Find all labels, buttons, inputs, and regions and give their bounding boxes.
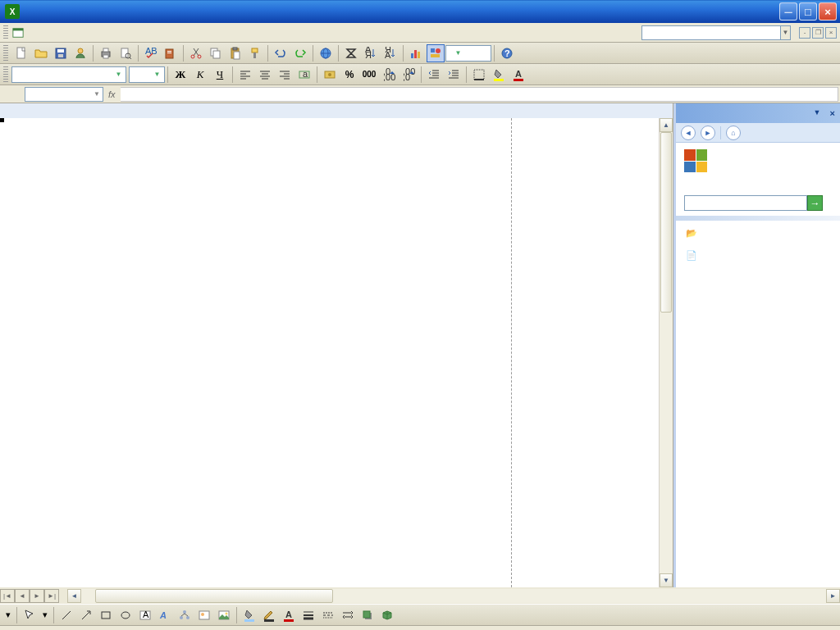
vertical-scrollbar[interactable]: ▲ ▼ xyxy=(659,118,673,587)
prev-sheet-icon[interactable]: ◄ xyxy=(15,589,30,603)
format-painter-icon[interactable] xyxy=(246,44,264,62)
fill-color-icon[interactable] xyxy=(240,606,258,624)
scroll-right-icon[interactable]: ► xyxy=(826,589,840,603)
italic-icon[interactable]: К xyxy=(191,66,209,84)
home-icon[interactable]: ⌂ xyxy=(726,126,741,140)
forward-icon[interactable]: ► xyxy=(701,126,715,140)
merge-center-icon[interactable]: a xyxy=(295,66,313,84)
scroll-down-icon[interactable]: ▼ xyxy=(660,573,673,587)
fill-color-icon[interactable] xyxy=(490,66,508,84)
scroll-up-icon[interactable]: ▲ xyxy=(660,118,673,132)
go-button[interactable]: → xyxy=(807,195,823,211)
undo-icon[interactable] xyxy=(272,44,290,62)
actions-menu[interactable]: ▾ xyxy=(2,609,14,620)
font-color-icon[interactable]: A xyxy=(509,66,527,84)
shadow-icon[interactable] xyxy=(358,606,377,624)
diagram-icon[interactable] xyxy=(176,606,194,624)
sort-asc-icon[interactable]: АЯ xyxy=(362,44,380,62)
font-size-combo[interactable] xyxy=(129,66,165,83)
formula-input[interactable] xyxy=(121,87,838,102)
zoom-combo[interactable] xyxy=(445,45,491,62)
close-icon[interactable]: × xyxy=(830,108,835,118)
inner-minimize-button[interactable]: - xyxy=(799,27,810,39)
grip-icon[interactable] xyxy=(3,66,8,83)
underline-icon[interactable]: Ч xyxy=(211,66,229,84)
fx-icon[interactable]: fx xyxy=(108,89,116,99)
more-files-link[interactable]: 📂 xyxy=(684,226,832,241)
rectangle-icon[interactable] xyxy=(97,606,115,624)
svg-rect-35 xyxy=(418,52,420,58)
copy-icon[interactable] xyxy=(207,44,225,62)
spellcheck-icon[interactable]: ABC xyxy=(142,44,160,62)
first-sheet-icon[interactable]: |◄ xyxy=(0,589,15,603)
percent-icon[interactable]: % xyxy=(340,66,358,84)
dropdown-icon[interactable]: ▼ xyxy=(814,108,821,118)
oval-icon[interactable] xyxy=(116,606,135,624)
cut-icon[interactable] xyxy=(187,44,205,62)
new-icon[interactable] xyxy=(12,44,30,62)
clipart-icon[interactable] xyxy=(195,606,213,624)
paste-icon[interactable] xyxy=(226,44,244,62)
line-icon[interactable] xyxy=(57,606,75,624)
drawing-icon[interactable] xyxy=(427,44,445,62)
back-icon[interactable]: ◄ xyxy=(681,126,696,140)
align-left-icon[interactable] xyxy=(236,66,254,84)
inner-restore-button[interactable]: ❐ xyxy=(812,27,824,39)
increase-indent-icon[interactable] xyxy=(445,66,463,84)
redo-icon[interactable] xyxy=(291,44,309,62)
font-name-combo[interactable] xyxy=(11,66,126,83)
font-color-icon[interactable]: A xyxy=(280,606,298,624)
scroll-thumb[interactable] xyxy=(95,589,333,603)
spreadsheet-grid[interactable]: ▲ ▼ xyxy=(0,103,673,587)
wordart-icon[interactable]: A xyxy=(156,606,174,624)
maximize-button[interactable]: □ xyxy=(799,2,817,21)
last-sheet-icon[interactable]: ►| xyxy=(44,589,59,603)
hyperlink-icon[interactable] xyxy=(317,44,335,62)
autosum-icon[interactable] xyxy=(342,44,360,62)
decrease-decimal-icon[interactable]: ,00,0 xyxy=(399,66,418,84)
save-icon[interactable] xyxy=(52,44,70,62)
more-link[interactable] xyxy=(684,182,832,187)
comma-icon[interactable]: 000 xyxy=(360,66,378,84)
dash-style-icon[interactable] xyxy=(319,606,337,624)
align-right-icon[interactable] xyxy=(276,66,294,84)
name-box[interactable] xyxy=(25,87,103,102)
scroll-thumb[interactable] xyxy=(660,132,672,313)
arrow-style-icon[interactable] xyxy=(339,606,357,624)
help-icon[interactable]: ? xyxy=(498,44,516,62)
print-preview-icon[interactable] xyxy=(116,44,135,62)
search-input[interactable] xyxy=(684,195,807,211)
select-objects-icon[interactable] xyxy=(21,606,39,624)
picture-icon[interactable] xyxy=(215,606,233,624)
decrease-indent-icon[interactable] xyxy=(425,66,443,84)
open-icon[interactable] xyxy=(32,44,50,62)
research-icon[interactable] xyxy=(162,44,180,62)
close-button[interactable]: × xyxy=(819,2,837,21)
3d-icon[interactable] xyxy=(378,606,396,624)
textbox-icon[interactable]: A xyxy=(136,606,154,624)
align-center-icon[interactable] xyxy=(256,66,274,84)
inner-close-button[interactable]: × xyxy=(825,27,837,39)
line-color-icon[interactable] xyxy=(260,606,278,624)
permission-icon[interactable] xyxy=(71,44,89,62)
new-workbook-link[interactable]: 📄 xyxy=(684,248,832,263)
chart-icon[interactable] xyxy=(407,44,425,62)
help-search-input[interactable] xyxy=(641,25,781,40)
sort-desc-icon[interactable]: ЯА xyxy=(381,44,399,62)
print-icon[interactable] xyxy=(97,44,115,62)
minimize-button[interactable]: ─ xyxy=(779,2,797,21)
increase-decimal-icon[interactable]: ,0,00 xyxy=(380,66,398,84)
autoshapes-menu[interactable]: ▾ xyxy=(39,609,51,620)
next-sheet-icon[interactable]: ► xyxy=(30,589,44,603)
scroll-left-icon[interactable]: ◄ xyxy=(67,589,81,603)
grip-icon[interactable] xyxy=(3,25,8,40)
grip-icon[interactable] xyxy=(3,45,8,62)
line-style-icon[interactable] xyxy=(299,606,317,624)
horizontal-scrollbar[interactable]: ◄ ► xyxy=(67,589,840,603)
bold-icon[interactable]: Ж xyxy=(171,66,189,84)
currency-icon[interactable] xyxy=(321,66,339,84)
borders-icon[interactable] xyxy=(470,66,488,84)
arrow-icon[interactable] xyxy=(77,606,95,624)
dropdown-icon[interactable]: ▼ xyxy=(781,25,791,40)
worksheet-icon[interactable] xyxy=(11,26,25,39)
